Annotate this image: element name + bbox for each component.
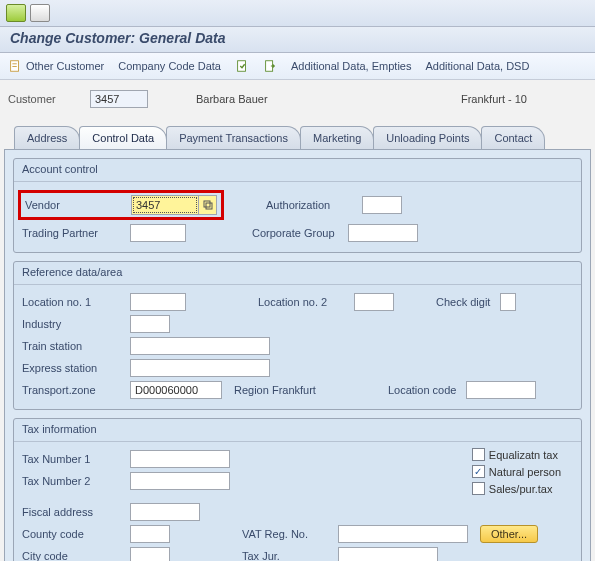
- app-toolbar: Other Customer Company Code Data Additio…: [0, 53, 595, 80]
- tzone-text: Region Frankfurt: [234, 384, 316, 396]
- group-reference: Reference data/area Location no. 1 Locat…: [13, 261, 582, 410]
- customer-city: Frankfurt - 10: [461, 93, 527, 105]
- tab-payment[interactable]: Payment Transactions: [166, 126, 301, 149]
- tax1-label: Tax Number 1: [22, 453, 124, 465]
- additional-empties-button[interactable]: Additional Data, Empties: [291, 60, 411, 72]
- customer-header: Customer Barbara Bauer Frankfurt - 10: [0, 80, 595, 126]
- tab-control-data[interactable]: Control Data: [79, 126, 167, 149]
- vat-input[interactable]: [338, 525, 468, 543]
- page-title: Change Customer: General Data: [0, 27, 595, 53]
- svg-rect-2: [12, 66, 16, 67]
- check-digit-input[interactable]: [500, 293, 516, 311]
- loc-code-input[interactable]: [466, 381, 536, 399]
- vendor-label: Vendor: [25, 199, 121, 211]
- tzone-input[interactable]: [130, 381, 222, 399]
- customer-name: Barbara Bauer: [196, 93, 268, 105]
- tax2-label: Tax Number 2: [22, 475, 124, 487]
- other-customer-button[interactable]: Other Customer: [8, 59, 104, 73]
- other-customer-label: Other Customer: [26, 60, 104, 72]
- trading-partner-label: Trading Partner: [22, 227, 124, 239]
- group-account-control-title: Account control: [14, 159, 581, 181]
- check-digit-label: Check digit: [436, 296, 494, 308]
- county-input[interactable]: [130, 525, 170, 543]
- fiscal-label: Fiscal address: [22, 506, 124, 518]
- fiscal-input[interactable]: [130, 503, 200, 521]
- window-toolbar: [0, 0, 595, 27]
- corporate-group-label: Corporate Group: [252, 227, 342, 239]
- search-help-icon: [203, 200, 213, 210]
- industry-input[interactable]: [130, 315, 170, 333]
- express-input[interactable]: [130, 359, 270, 377]
- natural-person-checkbox[interactable]: ✓: [472, 465, 485, 478]
- group-tax-title: Tax information: [14, 419, 581, 441]
- train-input[interactable]: [130, 337, 270, 355]
- tab-panel-control-data: Account control Vendor Authorization Tra…: [4, 149, 591, 561]
- tab-address[interactable]: Address: [14, 126, 80, 149]
- train-label: Train station: [22, 340, 124, 352]
- group-account-control: Account control Vendor Authorization Tra…: [13, 158, 582, 253]
- svg-rect-6: [206, 203, 212, 209]
- vendor-highlight: Vendor: [18, 190, 224, 220]
- equal-tax-label: Equalizatn tax: [489, 449, 558, 461]
- corporate-group-input[interactable]: [348, 224, 418, 242]
- authorization-label: Authorization: [266, 199, 356, 211]
- loc2-input[interactable]: [354, 293, 394, 311]
- menu-icon[interactable]: [30, 4, 50, 22]
- vendor-input[interactable]: [132, 196, 198, 214]
- taxjur-input[interactable]: [338, 547, 438, 561]
- tax-checks: Equalizatn tax ✓ Natural person Sales/pu…: [472, 448, 581, 495]
- additional-empties-label: Additional Data, Empties: [291, 60, 411, 72]
- company-code-label: Company Code Data: [118, 60, 221, 72]
- vat-label: VAT Reg. No.: [242, 528, 332, 540]
- tax1-input[interactable]: [130, 450, 230, 468]
- additional-dsd-label: Additional Data, DSD: [425, 60, 529, 72]
- loc2-label: Location no. 2: [258, 296, 348, 308]
- customer-label: Customer: [8, 93, 78, 105]
- customer-number-input[interactable]: [90, 90, 148, 108]
- document-icon: [8, 59, 22, 73]
- tzone-label: Transport.zone: [22, 384, 124, 396]
- express-label: Express station: [22, 362, 124, 374]
- tab-strip: Address Control Data Payment Transaction…: [0, 126, 595, 149]
- sales-tax-label: Sales/pur.tax: [489, 483, 553, 495]
- county-label: County code: [22, 528, 124, 540]
- tab-marketing[interactable]: Marketing: [300, 126, 374, 149]
- additional-dsd-button[interactable]: Additional Data, DSD: [425, 60, 529, 72]
- loc1-label: Location no. 1: [22, 296, 124, 308]
- sales-tax-checkbox[interactable]: [472, 482, 485, 495]
- natural-person-label: Natural person: [489, 466, 561, 478]
- tab-unloading[interactable]: Unloading Points: [373, 126, 482, 149]
- authorization-input[interactable]: [362, 196, 402, 214]
- trading-partner-input[interactable]: [130, 224, 186, 242]
- group-tax: Tax information Tax Number 1 Tax Number …: [13, 418, 582, 561]
- vendor-field: [131, 195, 217, 215]
- company-code-button[interactable]: Company Code Data: [118, 60, 221, 72]
- vendor-search-help[interactable]: [198, 196, 216, 214]
- ok-icon[interactable]: [6, 4, 26, 22]
- loc1-input[interactable]: [130, 293, 186, 311]
- city-input[interactable]: [130, 547, 170, 561]
- equal-tax-checkbox[interactable]: [472, 448, 485, 461]
- svg-rect-3: [238, 61, 246, 72]
- taxjur-label: Tax Jur.: [242, 550, 332, 561]
- tax2-input[interactable]: [130, 472, 230, 490]
- svg-rect-1: [12, 63, 16, 64]
- tab-contact[interactable]: Contact: [481, 126, 545, 149]
- other-button[interactable]: Other...: [480, 525, 538, 543]
- doc-green-icon[interactable]: [235, 59, 249, 73]
- loc-code-label: Location code: [388, 384, 461, 396]
- group-reference-title: Reference data/area: [14, 262, 581, 284]
- city-label: City code: [22, 550, 124, 561]
- svg-rect-5: [204, 201, 210, 207]
- doc-out-icon[interactable]: [263, 59, 277, 73]
- industry-label: Industry: [22, 318, 124, 330]
